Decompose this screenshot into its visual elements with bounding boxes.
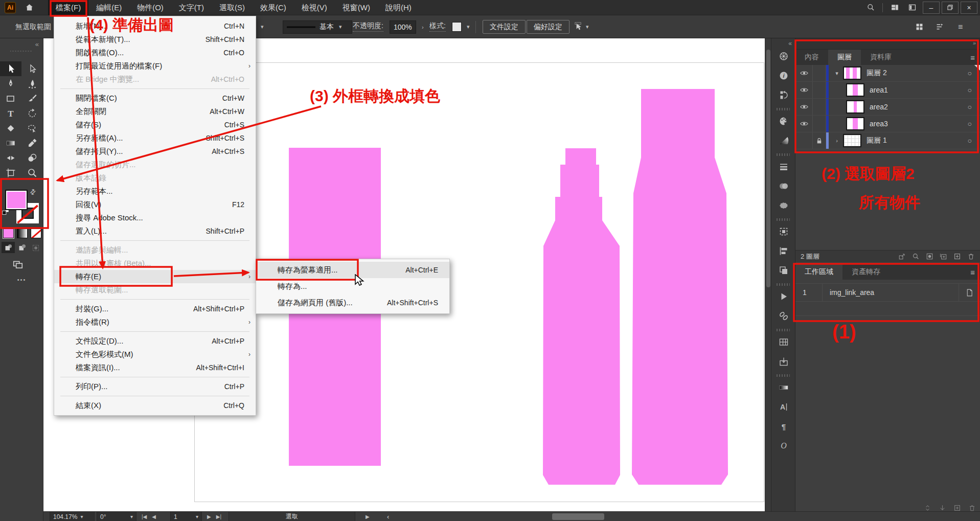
visibility-eye-icon[interactable] xyxy=(795,82,813,98)
paintbrush-tool[interactable] xyxy=(21,91,43,106)
menubar-item-4[interactable]: 文字(T) xyxy=(171,0,212,15)
collapse-panel-icon[interactable]: « xyxy=(35,40,39,48)
shape-builder-tool[interactable] xyxy=(21,150,43,165)
eyedropper-tool[interactable] xyxy=(21,135,43,150)
lock-icon[interactable] xyxy=(813,99,826,115)
rectangle-tool[interactable] xyxy=(0,91,21,106)
opacity-stepper[interactable]: › xyxy=(419,15,424,38)
file-menu-item[interactable]: 指令檔(R)› xyxy=(54,315,256,329)
menubar-item-6[interactable]: 效果(C) xyxy=(253,0,294,15)
gradient-bar-panel-icon[interactable] xyxy=(771,379,796,396)
scroll-left-icon[interactable]: ‹ xyxy=(387,512,389,521)
panel-menu-icon[interactable]: ≡ xyxy=(970,268,975,277)
layer-name[interactable]: 圖層 2 xyxy=(867,69,887,78)
workflow-icon[interactable] xyxy=(936,15,944,38)
file-menu-item[interactable]: 檔案資訊(I)...Alt+Shift+Ctrl+I xyxy=(54,361,256,374)
target-circle-icon[interactable]: ○ xyxy=(968,86,972,94)
layer-row-圖層 1[interactable]: ›圖層 1○ xyxy=(795,132,980,149)
file-menu-item[interactable]: 文件設定(D)...Alt+Ctrl+P xyxy=(54,334,256,348)
layer-name[interactable]: area2 xyxy=(870,103,888,111)
align-panel-icon[interactable] xyxy=(771,242,796,260)
artboard-tool[interactable] xyxy=(0,165,21,180)
pathfinder-panel-icon[interactable] xyxy=(771,262,796,279)
edit-toolbar-icon[interactable]: ••• xyxy=(0,277,43,283)
screen-mode-icon[interactable] xyxy=(11,259,25,273)
layer-name[interactable]: area3 xyxy=(870,120,888,128)
draw-inside-button[interactable] xyxy=(29,242,42,253)
draw-normal-button[interactable] xyxy=(2,242,15,253)
draw-behind-button[interactable] xyxy=(15,242,29,253)
artboard-name[interactable]: img_link_area xyxy=(822,284,959,301)
file-menu-item[interactable]: 另存新檔(A)...Shift+Ctrl+S xyxy=(54,131,256,145)
workspace-switcher-icon[interactable] xyxy=(886,0,903,15)
target-circle-icon[interactable]: ○ xyxy=(968,137,972,145)
file-menu-item[interactable]: 從範本新增(T)...Shift+Ctrl+N xyxy=(54,33,256,46)
rotate-tool[interactable] xyxy=(21,106,43,121)
selection-tool[interactable] xyxy=(0,61,21,76)
artboard-number-field[interactable]: 1▾ xyxy=(170,512,202,521)
opacity-label[interactable]: 不透明度: xyxy=(353,21,383,32)
target-circle-icon[interactable]: ○ xyxy=(968,69,972,77)
eraser-tool[interactable] xyxy=(0,121,21,135)
artboard-row[interactable]: 1img_link_area xyxy=(795,283,980,302)
style-label[interactable]: 樣式: xyxy=(429,21,446,32)
dock-grip[interactable] xyxy=(777,218,790,221)
dock-grip[interactable] xyxy=(777,329,790,331)
appearance-panel-icon[interactable]: O xyxy=(771,437,796,455)
export-submenu-item[interactable]: 轉存為螢幕適用...Alt+Ctrl+E xyxy=(256,262,449,278)
paragraph-panel-icon[interactable]: ¶ xyxy=(771,418,796,435)
preferences-button[interactable]: 偏好設定 xyxy=(527,15,569,38)
swap-fill-stroke-icon[interactable]: ⇄ xyxy=(28,187,38,197)
lock-icon[interactable] xyxy=(813,65,826,81)
artboard-page-icon[interactable] xyxy=(959,284,980,301)
search-icon[interactable] xyxy=(912,253,920,260)
expand-chevron-icon[interactable]: ▾ xyxy=(833,70,841,77)
layer-row-area1[interactable]: area1○ xyxy=(795,82,980,99)
menubar-item-2[interactable]: 編輯(E) xyxy=(88,0,129,15)
file-menu-item[interactable]: 搜尋 Adobe Stock... xyxy=(54,211,256,224)
expand-panel-icon[interactable]: » xyxy=(973,40,976,46)
menubar-item-8[interactable]: 視窗(W) xyxy=(335,0,378,15)
visibility-eye-icon[interactable] xyxy=(795,116,813,132)
actions-panel-icon[interactable] xyxy=(771,288,796,305)
zoom-level-field[interactable]: 104.17%▾ xyxy=(50,512,95,521)
window-close-button[interactable]: × xyxy=(961,2,977,14)
artboard-grid-panel-icon[interactable] xyxy=(771,333,796,351)
status-play-icon[interactable]: ▶ xyxy=(366,512,370,521)
menubar-item-1[interactable]: 檔案(F) xyxy=(48,0,88,15)
lasso-tool[interactable] xyxy=(21,121,43,135)
file-menu-item[interactable]: 開啟舊檔(O)...Ctrl+O xyxy=(54,46,256,59)
export-submenu-item[interactable]: 儲存為網頁用 (舊版)...Alt+Shift+Ctrl+S xyxy=(256,295,449,311)
zoom-tool[interactable] xyxy=(21,165,43,180)
collect-export-icon[interactable] xyxy=(898,253,906,260)
new-layer-icon[interactable] xyxy=(953,253,961,260)
tab-資產轉存[interactable]: 資產轉存 xyxy=(842,264,890,280)
file-menu-item[interactable]: 另存範本... xyxy=(54,185,256,198)
tab-工作區域[interactable]: 工作區域 xyxy=(795,264,842,280)
menubar-item-5[interactable]: 選取(S) xyxy=(212,0,253,15)
layer-thumbnail[interactable] xyxy=(843,134,861,147)
style-dropdown-chevron[interactable]: ▾ xyxy=(464,15,470,38)
stroke-panel-icon[interactable] xyxy=(771,158,796,175)
layer-row-圖層 2[interactable]: ▾圖層 2○ xyxy=(795,65,980,82)
gradient-wedge-panel-icon[interactable] xyxy=(771,132,796,149)
character-panel-icon[interactable]: A xyxy=(771,398,796,416)
dock-grip[interactable] xyxy=(777,108,790,110)
file-menu-item[interactable]: 置入(L)...Shift+Ctrl+P xyxy=(54,224,256,238)
pen-tool[interactable] xyxy=(0,76,21,91)
curvature-tool[interactable] xyxy=(21,76,43,91)
shape-area3-bottle-large[interactable] xyxy=(632,89,728,485)
file-menu-item[interactable]: 列印(P)...Ctrl+P xyxy=(54,380,256,393)
style-swatch[interactable] xyxy=(452,15,462,38)
panel-menu-icon[interactable]: ≡ xyxy=(958,15,963,38)
align-glyphs-icon[interactable] xyxy=(915,15,924,38)
arrange-documents-icon[interactable] xyxy=(903,0,921,15)
expand-chevron-icon[interactable]: › xyxy=(833,138,841,144)
file-menu-item[interactable]: 新增(N)...Ctrl+N xyxy=(54,19,256,33)
first-artboard-icon[interactable]: |◀ xyxy=(142,514,147,519)
delete-icon[interactable] xyxy=(967,253,975,260)
panel-menu-icon[interactable]: ≡ xyxy=(970,53,975,62)
rotation-field[interactable]: 0°▾ xyxy=(97,512,136,521)
tab-資料庫[interactable]: 資料庫 xyxy=(861,50,901,65)
layer-thumbnail[interactable] xyxy=(846,100,864,114)
